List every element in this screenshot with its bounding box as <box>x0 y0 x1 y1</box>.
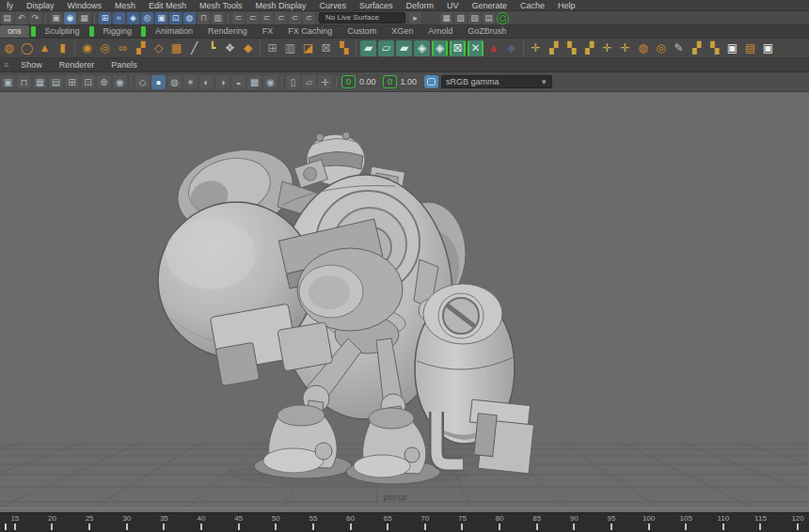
magnet-icon-4[interactable]: ⊂ <box>275 12 287 24</box>
snap-viewplane-icon[interactable]: ▣ <box>155 12 167 24</box>
skin-weights-icon[interactable]: ▞ <box>581 40 597 56</box>
boolean-icon[interactable]: ∞ <box>115 40 131 56</box>
snap-curve-icon[interactable]: ≈ <box>113 12 125 24</box>
shelf-tab[interactable]: Rigging <box>96 25 140 38</box>
offset-edge-loop-icon[interactable]: ❖ <box>222 40 238 56</box>
shelf-tab[interactable]: XGen <box>384 25 420 38</box>
snap-grid-icon[interactable]: ⊞ <box>99 12 111 24</box>
magnet-icon-5[interactable]: ⊂ <box>289 12 301 24</box>
file-icon[interactable]: ▤ <box>1 12 13 24</box>
ambient-occlusion-icon[interactable]: ◑ <box>215 75 230 89</box>
smooth-icon[interactable]: ◇ <box>151 40 167 56</box>
shelf-tab[interactable]: Arnold <box>420 25 460 38</box>
multi-cut-icon[interactable]: ╱ <box>186 40 202 56</box>
snap-point-icon[interactable]: ◈ <box>127 12 139 24</box>
bevel-icon[interactable]: ◆ <box>240 40 256 56</box>
project-curve-icon[interactable]: ◪ <box>300 40 316 56</box>
fill-hole-icon[interactable]: ▚ <box>336 40 352 56</box>
shelf-tab[interactable] <box>89 26 94 37</box>
joint-ft-icon[interactable]: ✛ <box>599 40 615 56</box>
material-icon-2[interactable]: ▣ <box>760 40 776 56</box>
view-transform-dropdown[interactable]: sRGB gamma ▼ <box>441 75 552 88</box>
expand-arrow-icon[interactable]: ▸ <box>409 12 421 24</box>
poly-cone-icon[interactable]: ▲ <box>37 40 53 56</box>
panel-menu-item[interactable]: Panels <box>103 60 146 70</box>
relax-tool-icon[interactable]: ▰ <box>396 40 412 56</box>
muscle-bend-icon[interactable]: ◎ <box>653 40 669 56</box>
menu-item[interactable]: Windows <box>61 0 109 11</box>
combine-icon[interactable]: ◉ <box>79 40 95 56</box>
color-management-icon[interactable] <box>424 75 438 88</box>
snap-center-icon[interactable]: ◍ <box>183 12 196 24</box>
xray-icon[interactable]: ▱ <box>302 75 316 89</box>
panel-menu-item[interactable]: Renderer <box>51 60 103 70</box>
extract-icon[interactable]: ▞ <box>133 40 149 56</box>
muscle-icon[interactable]: ◍ <box>635 40 651 56</box>
menu-item[interactable]: Generate <box>466 0 515 11</box>
image-plane-icon[interactable]: ⊞ <box>65 75 79 89</box>
grab-tool-icon[interactable]: ◈ <box>414 40 430 56</box>
live-surface-field[interactable]: No Live Surface <box>319 12 405 23</box>
gamma-value[interactable]: 1.00 <box>401 77 418 86</box>
create-joint-icon[interactable]: ✛ <box>528 40 544 56</box>
paint-tool-icon[interactable]: ◆ <box>503 40 519 56</box>
detach-skin-icon[interactable]: ▚ <box>563 40 579 56</box>
magnet-icon-1[interactable]: ⊂ <box>232 12 245 24</box>
quad-draw-icon[interactable]: ▰ <box>360 40 376 56</box>
menu-item[interactable]: Deform <box>400 0 441 11</box>
motion-blur-icon[interactable]: ◒ <box>231 75 246 89</box>
material-icon-1[interactable]: ▣ <box>724 40 740 56</box>
menu-item[interactable]: Display <box>20 0 61 11</box>
shaded-icon[interactable]: ● <box>151 75 166 89</box>
menu-item[interactable]: fy <box>0 0 20 11</box>
magnet-icon-3[interactable]: ⊂ <box>261 12 273 24</box>
exposure-value[interactable]: 0.00 <box>359 77 376 86</box>
shelf-tab[interactable]: GoZBrush <box>460 25 514 38</box>
render-view-icon[interactable] <box>497 12 509 24</box>
snap-projected-icon[interactable]: ◎ <box>141 12 153 24</box>
menu-item[interactable]: UV <box>440 0 466 11</box>
select-hierarchy-icon[interactable]: ▣ <box>50 12 62 24</box>
exposure-toggle-icon[interactable] <box>341 75 356 88</box>
isolate-select-icon[interactable]: ▯ <box>286 75 300 89</box>
redo-icon[interactable]: ↷ <box>29 12 41 24</box>
target-weld-icon[interactable]: ▱ <box>378 40 394 56</box>
render-settings-icon[interactable]: ▤ <box>483 12 495 24</box>
shelf-tab[interactable] <box>141 26 146 37</box>
wireframe-icon[interactable]: ◇ <box>135 75 150 89</box>
insert-edge-loop-icon[interactable]: ┗ <box>204 40 220 56</box>
multisample-icon[interactable]: ▩ <box>247 75 262 89</box>
shelf-tab[interactable]: FX <box>255 25 281 38</box>
render-sequence-icon[interactable]: ▧ <box>468 12 481 24</box>
select-object-icon[interactable]: ◉ <box>64 12 76 24</box>
time-slider[interactable]: 15 20 25 30 35 40 <box>0 513 809 532</box>
shelf-tab[interactable]: Sculpting <box>38 25 87 38</box>
magnet-icon-2[interactable]: ⊂ <box>246 12 259 24</box>
lighting-icon[interactable]: ✶ <box>183 75 198 89</box>
mirror-weights-icon[interactable]: ▚ <box>706 40 722 56</box>
menu-item[interactable]: Mesh <box>108 0 142 11</box>
poly-cylinder-icon[interactable]: ▮ <box>55 40 71 56</box>
topo-symmetry-icon[interactable]: ◈ <box>432 40 448 56</box>
lock-camera-icon[interactable]: ⊓ <box>17 75 31 89</box>
make-live-icon[interactable]: ⊡ <box>169 12 182 24</box>
shelf-tab[interactable]: FX Caching <box>280 25 340 38</box>
sculpt-tool-icon[interactable]: ▲ <box>485 40 501 56</box>
delete-edge-icon[interactable]: ⊠ <box>318 40 334 56</box>
poly-sphere-icon[interactable]: ◍ <box>1 40 17 56</box>
menu-item[interactable]: Cache <box>514 0 551 11</box>
shelf-tab[interactable]: Custom <box>340 25 384 38</box>
menu-item[interactable]: Surfaces <box>353 0 400 11</box>
joint-ft2-icon[interactable]: ✛ <box>617 40 633 56</box>
menu-item[interactable]: Mesh Tools <box>193 0 248 11</box>
gamma-toggle-icon[interactable] <box>383 75 397 88</box>
bind-skin-icon[interactable]: ▞ <box>546 40 562 56</box>
bookmark-icon[interactable]: ▤ <box>49 75 63 89</box>
panel-menu-item[interactable]: Show <box>12 60 51 70</box>
reduce-icon[interactable]: ▦ <box>168 40 184 56</box>
mirror-icon[interactable]: ⊞ <box>264 40 280 56</box>
viewport[interactable]: persp <box>0 92 809 508</box>
menu-item[interactable]: Curves <box>312 0 353 11</box>
robot-model[interactable] <box>158 132 536 487</box>
pan-zoom-icon[interactable]: ⊕ <box>97 75 111 89</box>
